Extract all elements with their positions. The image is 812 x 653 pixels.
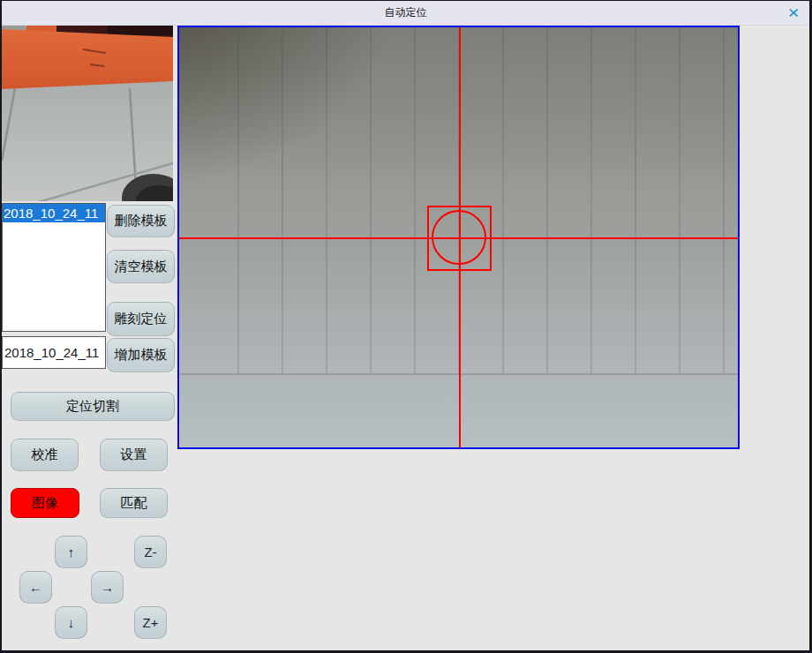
match-target-circle: [432, 210, 486, 265]
auto-position-dialog: 自动定位 ✕: [0, 0, 812, 653]
z-plus-button[interactable]: Z+: [134, 606, 167, 639]
jog-right-button[interactable]: →: [91, 571, 124, 604]
delete-template-button[interactable]: 删除模板: [107, 205, 175, 237]
camera-view[interactable]: [177, 26, 740, 449]
jog-left-button[interactable]: ←: [19, 571, 52, 604]
dialog-title: 自动定位: [385, 5, 427, 20]
template-name-input[interactable]: [2, 336, 106, 369]
calibrate-button[interactable]: 校准: [11, 439, 79, 471]
jog-up-button[interactable]: ↑: [55, 536, 87, 568]
settings-button[interactable]: 设置: [100, 439, 168, 471]
position-cut-button[interactable]: 定位切割: [11, 392, 175, 421]
z-minus-button[interactable]: Z-: [134, 536, 167, 568]
add-template-button[interactable]: 增加模板: [107, 338, 175, 372]
engrave-position-button[interactable]: 雕刻定位: [107, 302, 175, 336]
match-button[interactable]: 匹配: [100, 488, 168, 518]
template-thumbnail: [2, 26, 173, 201]
titlebar: 自动定位 ✕: [2, 1, 809, 26]
template-list[interactable]: 2018_10_24_11: [2, 203, 106, 332]
close-icon[interactable]: ✕: [783, 4, 804, 23]
clear-templates-button[interactable]: 清空模板: [107, 250, 175, 283]
jog-down-button[interactable]: ↓: [55, 606, 87, 639]
thumbnail-image: [2, 26, 173, 201]
image-button[interactable]: 图像: [11, 488, 79, 518]
template-list-item[interactable]: 2018_10_24_11: [3, 204, 105, 222]
